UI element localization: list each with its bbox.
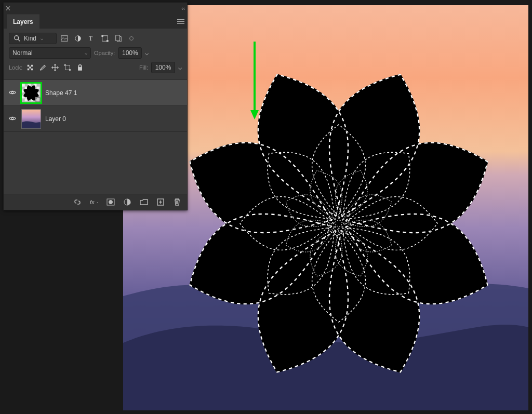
close-icon[interactable] [6, 6, 11, 11]
layer-thumbnail[interactable] [21, 83, 41, 103]
layer-name[interactable]: Shape 47 1 [45, 89, 77, 97]
opacity-value: 100% [122, 49, 138, 57]
shape-filter-icon[interactable] [100, 34, 110, 43]
svg-rect-19 [31, 69, 33, 71]
opacity-input[interactable]: 100% [118, 47, 142, 59]
layer-row[interactable]: Layer 0 [4, 105, 187, 131]
visibility-toggle-icon[interactable] [8, 89, 17, 97]
tab-layers[interactable]: Layers [7, 15, 39, 29]
adjustment-layer-icon[interactable]: ˅ [123, 197, 132, 207]
layers-empty-area[interactable] [4, 131, 187, 194]
svg-point-53 [109, 201, 113, 204]
layers-panel: ‹‹ Layers Kind ⌵ T [3, 2, 188, 210]
new-layer-icon[interactable] [156, 197, 165, 207]
fill-value: 100% [155, 64, 171, 71]
svg-rect-14 [116, 35, 120, 41]
lock-brush-icon[interactable] [38, 63, 47, 72]
svg-rect-12 [102, 35, 103, 37]
filter-label: Kind [24, 35, 36, 42]
chevron-down-icon[interactable]: ⌵ [145, 49, 149, 57]
layers-list: Shape 47 1 Layer 0 [4, 79, 187, 194]
group-icon[interactable] [139, 197, 149, 207]
add-mask-icon[interactable] [106, 197, 115, 207]
image-filter-icon[interactable] [60, 34, 69, 43]
svg-rect-47 [35, 97, 37, 99]
panel-footer: fx˅ ˅ [4, 194, 187, 210]
lock-all-icon[interactable] [75, 63, 85, 72]
svg-rect-13 [107, 41, 109, 42]
filter-toggle-icon[interactable] [129, 36, 134, 41]
svg-rect-23 [64, 64, 66, 66]
svg-text:T: T [89, 35, 93, 42]
lock-label: Lock: [9, 64, 22, 71]
lock-move-icon[interactable] [50, 63, 60, 72]
chevron-down-icon: ⌵ [41, 36, 43, 41]
blend-mode-value: Normal [12, 49, 33, 57]
layer-row[interactable]: Shape 47 1 [4, 79, 187, 105]
blend-mode-select[interactable]: Normal ⌵ [9, 47, 91, 59]
layer-filter-select[interactable]: Kind ⌵ [9, 33, 57, 44]
svg-rect-24 [70, 70, 71, 71]
collapse-icon[interactable]: ‹‹ [181, 6, 185, 11]
svg-line-7 [18, 39, 20, 42]
svg-rect-25 [78, 67, 82, 70]
fill-input[interactable]: 100% [151, 62, 175, 73]
panel-header: ‹‹ [4, 3, 187, 14]
panel-tabs: Layers [4, 14, 187, 29]
fill-label: Fill: [139, 64, 148, 71]
svg-rect-18 [28, 69, 30, 71]
svg-rect-28 [22, 84, 25, 87]
lock-artboard-icon[interactable] [63, 63, 72, 72]
svg-rect-15 [28, 65, 30, 67]
visibility-toggle-icon[interactable] [8, 115, 17, 123]
svg-point-26 [11, 91, 14, 94]
smartobject-filter-icon[interactable] [114, 34, 123, 43]
svg-point-6 [15, 36, 19, 40]
svg-rect-16 [31, 65, 33, 67]
svg-text:fx: fx [90, 199, 95, 205]
search-icon [12, 34, 22, 43]
panel-menu-icon[interactable] [175, 14, 187, 29]
type-filter-icon[interactable]: T [87, 34, 96, 43]
svg-rect-17 [30, 66, 32, 69]
svg-text:˅: ˅ [97, 202, 98, 206]
fx-icon[interactable]: fx˅ [89, 197, 99, 207]
layer-thumbnail[interactable] [21, 109, 41, 129]
chevron-down-icon[interactable]: ⌵ [178, 64, 182, 71]
lock-transparency-icon[interactable] [25, 63, 35, 72]
tab-label: Layers [13, 18, 33, 25]
layer-name[interactable]: Layer 0 [45, 115, 66, 123]
adjustment-filter-icon[interactable] [73, 34, 83, 43]
chevron-down-icon: ⌵ [85, 50, 87, 56]
svg-point-48 [11, 117, 14, 119]
svg-text:˅: ˅ [129, 203, 131, 206]
delete-layer-icon[interactable] [172, 197, 182, 207]
opacity-label: Opacity: [94, 50, 115, 56]
link-layers-icon[interactable] [73, 197, 82, 207]
